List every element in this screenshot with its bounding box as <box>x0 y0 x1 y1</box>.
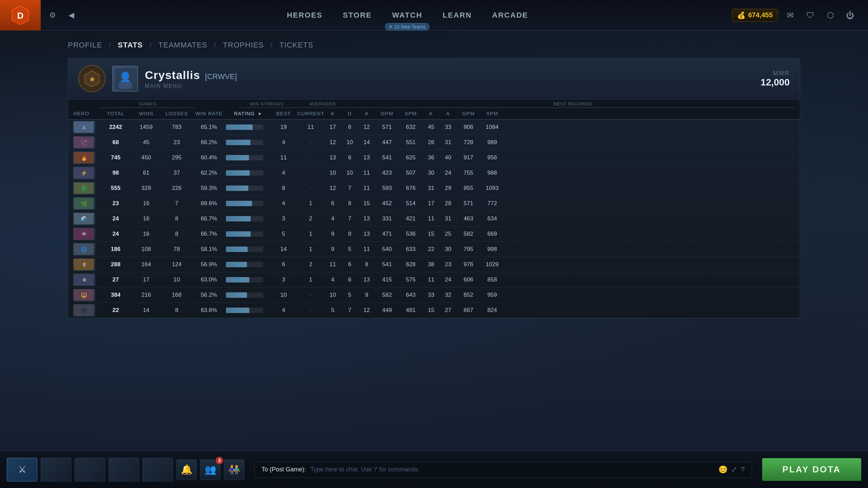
nav-arcade[interactable]: ARCADE <box>492 7 528 23</box>
table-row[interactable]: 🔥 745 450 295 60.4% 11 - 13 6 13 541 625… <box>68 150 800 165</box>
th-rating[interactable]: RATING ▼ <box>226 111 270 116</box>
td-total: 27 <box>100 276 131 283</box>
table-row[interactable]: 🌿 23 16 7 69.6% 4 1 6 8 15 452 514 17 28… <box>68 196 800 211</box>
td-xpm: 633 <box>399 246 423 253</box>
table-row[interactable]: 🐉 555 329 226 59.3% 8 - 12 7 11 593 676 … <box>68 181 800 196</box>
hero-slot-5[interactable] <box>142 458 173 482</box>
hero-image: 🌀 <box>73 243 95 255</box>
nav-store[interactable]: STORE <box>343 7 372 23</box>
td-losses: 8 <box>161 231 192 237</box>
play-button[interactable]: PLAY DOTA <box>762 458 861 481</box>
party-badge: 3 <box>216 457 223 464</box>
table-row[interactable]: 👁 24 16 8 66.7% 5 1 9 8 13 471 536 15 25… <box>68 227 800 242</box>
table-row[interactable]: ⚔ 2242 1459 783 65.1% 19 11 17 6 12 571 … <box>68 120 800 135</box>
td-xpm: 643 <box>399 292 423 298</box>
social-btn[interactable]: 👫 <box>224 460 244 480</box>
badge-icon[interactable]: ⬡ <box>823 8 838 23</box>
expand-icon[interactable]: ⤢ <box>731 465 737 474</box>
td-bxpm: 858 <box>480 276 504 283</box>
breadcrumb-teammates[interactable]: TEAMMATES <box>158 41 207 50</box>
table-body: ⚔ 2242 1459 783 65.1% 19 11 17 6 12 571 … <box>68 120 800 318</box>
td-k: 13 <box>324 154 341 161</box>
back-icon[interactable]: ◀ <box>63 7 80 24</box>
td-k: 6 <box>324 200 341 207</box>
watch-badge-text: 12 New Teams <box>394 24 425 30</box>
td-k: 12 <box>324 139 341 146</box>
td-losses: 7 <box>161 200 192 207</box>
hero-slot-4[interactable] <box>109 458 139 482</box>
td-losses: 8 <box>161 307 192 314</box>
td-gpm: 447 <box>375 139 399 146</box>
td-bxpm: 1084 <box>480 124 504 131</box>
td-rating <box>226 292 270 298</box>
td-ba: 24 <box>440 276 457 283</box>
td-d: 6 <box>341 124 358 131</box>
shield-icon[interactable]: 🛡 <box>803 8 818 23</box>
td-total: 384 <box>100 292 131 298</box>
td-total: 68 <box>100 139 131 146</box>
td-bk: 15 <box>423 231 440 237</box>
hero-image: ⚔ <box>73 121 95 133</box>
profile-subtitle[interactable]: MAIN MENU <box>145 83 754 89</box>
table-row[interactable]: 🌀 186 108 78 58.1% 14 1 9 5 11 540 633 2… <box>68 242 800 257</box>
table-row[interactable]: 🏹 68 45 23 66.2% 4 - 12 10 14 447 551 26… <box>68 135 800 150</box>
td-xpm: 628 <box>399 261 423 268</box>
mail-icon[interactable]: ✉ <box>783 8 798 23</box>
td-k: 11 <box>324 261 341 268</box>
td-wins: 14 <box>131 307 161 314</box>
td-k: 9 <box>324 246 341 253</box>
td-xpm: 421 <box>399 215 423 222</box>
column-headers: HERO TOTAL WINS LOSSES WIN RATE RATING ▼… <box>68 108 800 120</box>
td-best: 8 <box>270 185 297 192</box>
td-rating <box>226 186 270 191</box>
chat-label: To (Post Game): Type here to chat. Use '… <box>262 466 420 473</box>
breadcrumb-stats[interactable]: STATS <box>118 41 143 50</box>
td-rating <box>226 231 270 237</box>
profile-name: Crystallis <box>145 69 200 81</box>
table-row[interactable]: 🌑 22 14 8 63.6% 4 - 5 7 12 449 481 15 27… <box>68 303 800 318</box>
breadcrumb-sep-1: / <box>109 42 111 49</box>
notification-btn[interactable]: 🔔 <box>176 460 197 480</box>
table-row[interactable]: 🔱 384 216 168 56.2% 10 - 10 5 9 582 643 … <box>68 288 800 303</box>
help-icon[interactable]: ? <box>740 465 745 474</box>
breadcrumb-tickets[interactable]: TICKETS <box>279 41 313 50</box>
th-hero: HERO <box>73 111 100 116</box>
td-bxpm: 1093 <box>480 185 504 192</box>
td-gpm: 582 <box>375 292 399 298</box>
td-best: 4 <box>270 139 297 146</box>
th-bk: K <box>423 111 440 116</box>
nav-logo[interactable]: D <box>0 0 41 31</box>
hero-slot-2[interactable] <box>41 458 71 482</box>
td-a: 13 <box>358 215 375 222</box>
chat-bar[interactable]: To (Post Game): Type here to chat. Use '… <box>254 462 752 478</box>
td-bxpm: 669 <box>480 231 504 237</box>
power-icon[interactable]: ⏻ <box>843 8 858 23</box>
hero-slot-1[interactable]: ⚔ <box>7 458 37 482</box>
td-total: 24 <box>100 215 131 222</box>
settings-icon[interactable]: ⚙ <box>44 7 61 24</box>
nav-learn[interactable]: LEARN <box>443 7 472 23</box>
nav-left-icons: ⚙ ◀ <box>41 7 83 24</box>
td-bk: 17 <box>423 200 440 207</box>
td-losses: 226 <box>161 185 192 192</box>
hero-slot-3[interactable] <box>75 458 105 482</box>
hero-image: 🏹 <box>73 136 95 149</box>
th-wins: WINS <box>131 111 161 116</box>
mmr-value: 12,000 <box>760 77 790 88</box>
mmr-label: MMR <box>760 70 790 77</box>
td-a: 14 <box>358 139 375 146</box>
td-best: 6 <box>270 261 297 268</box>
breadcrumb-trophies[interactable]: TROPHIES <box>223 41 264 50</box>
td-losses: 23 <box>161 139 192 146</box>
td-best: 3 <box>270 276 297 283</box>
nav-watch[interactable]: WATCH <box>392 7 422 23</box>
emoji-icon[interactable]: 😊 <box>718 465 728 474</box>
td-winrate: 66.7% <box>192 215 226 222</box>
chat-destination: To (Post Game): <box>262 466 306 473</box>
breadcrumb-profile[interactable]: PROFILE <box>68 41 102 50</box>
table-row[interactable]: ⚡ 98 61 37 62.2% 4 - 10 10 11 423 507 30… <box>68 165 800 181</box>
table-row[interactable]: ❄ 27 17 10 63.0% 3 1 4 6 13 415 575 11 2… <box>68 272 800 288</box>
table-row[interactable]: 🗡 288 164 124 56.9% 6 2 11 6 8 541 628 3… <box>68 257 800 272</box>
nav-heroes[interactable]: HEROES <box>287 7 323 23</box>
table-row[interactable]: 🌊 24 16 8 66.7% 3 2 4 7 13 331 421 11 31… <box>68 211 800 227</box>
